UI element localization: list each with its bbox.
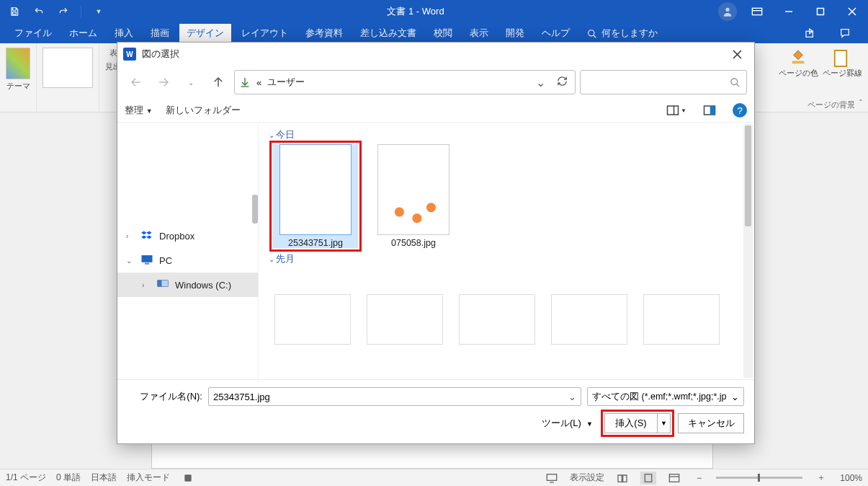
dialog-title: 図の選択 [142, 48, 179, 61]
preview-pane-icon[interactable] [699, 102, 720, 119]
page-color-button[interactable]: ページの色 [779, 49, 818, 79]
dialog-toolbar: 整理 ▼ 新しいフォルダー ▼ ? [117, 99, 754, 122]
maximize-icon[interactable] [805, 0, 836, 23]
status-page[interactable]: 1/1 ページ [6, 472, 46, 484]
file-tile[interactable] [365, 294, 444, 345]
svg-rect-32 [145, 263, 149, 265]
account-avatar[interactable] [718, 2, 737, 21]
refresh-icon[interactable] [554, 76, 571, 89]
file-tile[interactable] [642, 294, 721, 345]
share-icon[interactable] [795, 23, 826, 43]
svg-rect-10 [792, 61, 804, 64]
word-titlebar: ▼ 文書 1 - Word [0, 0, 868, 23]
new-folder-button[interactable]: 新しいフォルダー [166, 104, 241, 117]
tell-me-search[interactable]: 何をしますか [580, 24, 665, 43]
word-app-icon: W [123, 48, 136, 61]
tab-home[interactable]: ホーム [62, 24, 104, 43]
tree-item-pc[interactable]: ⌄ PC [117, 248, 258, 273]
tools-menu[interactable]: ツール(L) ▼ [542, 417, 593, 430]
search-icon [730, 77, 741, 88]
tab-mailings[interactable]: 差し込み文書 [353, 24, 424, 43]
organize-menu[interactable]: 整理 ▼ [125, 104, 153, 117]
display-settings-label[interactable]: 表示設定 [570, 472, 604, 484]
file-tile-25343751[interactable]: 25343751.jpg [273, 144, 358, 248]
file-thumb [367, 294, 443, 345]
status-mode[interactable]: 挿入モード [127, 472, 170, 484]
page-borders-button[interactable]: ページ罫線 [823, 49, 862, 79]
display-settings-icon[interactable] [544, 472, 560, 485]
section-last-month[interactable]: ⌄先月 [269, 252, 751, 265]
recent-locations-icon[interactable]: ⌄ [179, 71, 202, 94]
tab-design[interactable]: デザイン [179, 24, 231, 43]
themes-label: テーマ [6, 81, 30, 92]
tab-view[interactable]: 表示 [462, 24, 496, 43]
filter-dropdown-icon[interactable]: ⌄ [731, 392, 739, 402]
zoom-value[interactable]: 100% [840, 473, 862, 483]
read-mode-icon[interactable] [614, 472, 630, 485]
tree-scrollbar[interactable] [252, 195, 258, 224]
style-set-gallery[interactable] [42, 48, 93, 88]
file-tile[interactable] [457, 294, 537, 345]
macro-record-icon[interactable] [180, 472, 196, 485]
file-tile[interactable] [550, 294, 629, 345]
tree-item-windows-c[interactable]: › Windows (C:) [117, 273, 258, 297]
cancel-button[interactable]: キャンセル [678, 413, 744, 433]
tree-item-dropbox[interactable]: › Dropbox [117, 224, 258, 248]
tell-me-placeholder: 何をしますか [601, 27, 658, 40]
svg-rect-4 [818, 9, 824, 15]
filename-field[interactable]: 25343751.jpg ⌄ [208, 387, 581, 406]
filename-label: ファイル名(N): [127, 390, 202, 403]
back-icon[interactable] [125, 71, 148, 94]
tab-help[interactable]: ヘルプ [534, 24, 577, 43]
ribbon-group-caption: ページの背景 [807, 100, 855, 110]
address-bar[interactable]: « ユーザー ⌄ [234, 70, 576, 94]
themes-button[interactable]: テーマ [6, 48, 30, 92]
save-icon[interactable] [4, 1, 24, 22]
dialog-close-icon[interactable] [722, 44, 751, 64]
status-lang[interactable]: 日本語 [91, 472, 117, 484]
ribbon-display-options-icon[interactable] [741, 0, 773, 23]
breadcrumb-folder[interactable]: ユーザー [267, 76, 305, 89]
tab-review[interactable]: 校閲 [426, 24, 460, 43]
dialog-nav: ⌄ « ユーザー ⌄ [117, 66, 754, 99]
file-tile-075058[interactable]: 075058.jpg [371, 144, 456, 248]
help-icon[interactable]: ? [733, 103, 747, 118]
svg-rect-2 [752, 8, 761, 14]
web-layout-icon[interactable] [666, 472, 682, 485]
qat-customize-icon[interactable]: ▼ [89, 1, 109, 22]
file-thumb [274, 294, 351, 345]
view-mode-icon[interactable]: ▼ [666, 102, 686, 119]
tab-insert[interactable]: 挿入 [107, 24, 140, 43]
tab-draw[interactable]: 描画 [143, 24, 176, 43]
address-dropdown-icon[interactable]: ⌄ [533, 76, 548, 89]
forward-icon[interactable] [152, 71, 175, 94]
redo-icon[interactable] [53, 1, 73, 22]
tab-layout[interactable]: レイアウト [234, 24, 295, 43]
file-thumb [377, 144, 449, 235]
insert-button-dropdown-icon[interactable]: ▼ [657, 414, 670, 433]
close-icon[interactable] [836, 0, 868, 23]
comments-icon[interactable] [829, 23, 861, 43]
window-title: 文書 1 - Word [113, 5, 718, 18]
file-tile[interactable] [273, 294, 352, 345]
zoom-in-icon[interactable]: ＋ [813, 472, 830, 484]
svg-rect-31 [142, 255, 153, 262]
tab-references[interactable]: 参考資料 [298, 24, 350, 43]
section-today[interactable]: ⌄今日 [269, 128, 751, 141]
up-icon[interactable] [207, 71, 230, 94]
status-words[interactable]: 0 単語 [56, 472, 81, 484]
zoom-out-icon[interactable]: − [692, 473, 706, 483]
svg-rect-13 [547, 474, 557, 480]
zoom-slider[interactable] [716, 477, 802, 479]
file-type-filter[interactable]: すべての図 (*.emf;*.wmf;*.jpg;*.jp ⌄ [587, 387, 744, 406]
ribbon-tabs: ファイル ホーム 挿入 描画 デザイン レイアウト 参考資料 差し込み文書 校閲… [0, 23, 868, 43]
filename-history-icon[interactable]: ⌄ [568, 392, 576, 402]
undo-icon[interactable] [29, 1, 49, 22]
insert-button[interactable]: 挿入(S) ▼ [604, 413, 671, 433]
tab-file[interactable]: ファイル [7, 24, 59, 43]
tab-developer[interactable]: 開発 [498, 24, 532, 43]
search-input[interactable] [580, 70, 747, 94]
minimize-icon[interactable] [773, 0, 805, 23]
print-layout-icon[interactable] [640, 472, 656, 485]
collapse-ribbon-icon[interactable]: ˆ [859, 99, 862, 109]
